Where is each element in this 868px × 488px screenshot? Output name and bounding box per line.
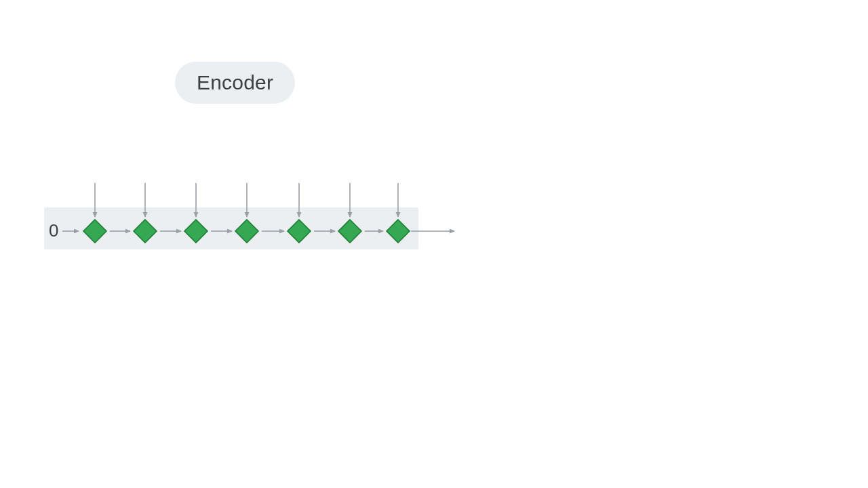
encoder-strip-background <box>44 207 418 249</box>
diagram-stage: Encoder 0 <box>0 0 868 488</box>
encoder-title-text: Encoder <box>197 71 273 94</box>
encoder-title-pill: Encoder <box>175 62 295 104</box>
initial-state-label: 0 <box>49 220 58 241</box>
